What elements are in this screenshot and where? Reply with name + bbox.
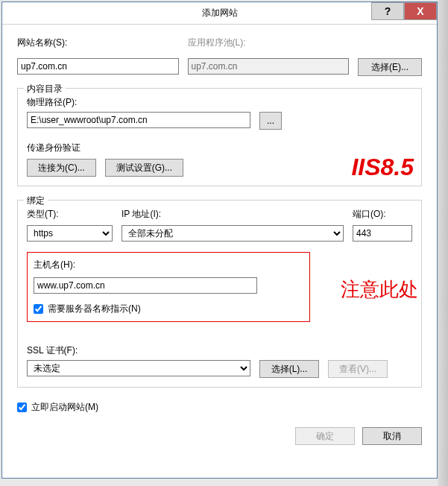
- start-immediately-row: 立即启动网站(M): [17, 401, 422, 414]
- window-title: 添加网站: [202, 7, 238, 19]
- test-settings-button[interactable]: 测试设置(G)...: [105, 159, 183, 177]
- binding-ip-label: IP 地址(I):: [122, 208, 344, 221]
- content-directory-title: 内容目录: [24, 83, 66, 95]
- binding-ip-select[interactable]: 全部未分配: [122, 225, 344, 242]
- site-name-input[interactable]: [17, 58, 179, 75]
- ssl-view-button[interactable]: 查看(V)...: [328, 360, 388, 378]
- physical-path-input[interactable]: [27, 112, 250, 128]
- binding-title: 绑定: [24, 195, 48, 207]
- window-shadow: [438, 0, 448, 486]
- binding-group: 绑定 类型(T): IP 地址(I): 端口(O): https 全部未分配: [17, 200, 422, 388]
- start-immediately-label: 立即启动网站(M): [31, 401, 98, 414]
- cancel-button[interactable]: 取消: [362, 427, 422, 445]
- binding-port-input[interactable]: [353, 225, 412, 242]
- site-name-label: 网站名称(S):: [17, 37, 179, 49]
- app-pool-input: [188, 58, 350, 75]
- connect-as-button[interactable]: 连接为(C)...: [27, 159, 96, 177]
- browse-path-button[interactable]: ...: [259, 112, 282, 130]
- footer-buttons: 确定 取消: [17, 427, 422, 445]
- host-name-input[interactable]: [34, 277, 257, 294]
- hostname-highlight-box: 主机名(H): 需要服务器名称指示(N): [27, 252, 310, 322]
- ssl-cert-label: SSL 证书(F):: [27, 344, 412, 357]
- pass-through-auth-label: 传递身份验证: [27, 142, 81, 153]
- ssl-select-button[interactable]: 选择(L)...: [259, 360, 319, 378]
- start-immediately-checkbox[interactable]: [17, 403, 27, 412]
- host-name-label: 主机名(H):: [34, 259, 303, 271]
- sni-checkbox-row: 需要服务器名称指示(N): [34, 303, 303, 315]
- site-and-pool-row: 网站名称(S): 应用程序池(L):: [17, 37, 422, 52]
- sni-checkbox[interactable]: [34, 304, 43, 314]
- dialog-window: 添加网站 ? X 网站名称(S): 应用程序池(L): 选择(E)... 内容目…: [1, 1, 438, 479]
- physical-path-label: 物理路径(P):: [27, 96, 412, 109]
- content-directory-group: 内容目录 物理路径(P): ... 传递身份验证 连接为(C)... 测试设置(…: [17, 88, 422, 186]
- app-pool-label: 应用程序池(L):: [188, 37, 350, 49]
- close-button[interactable]: X: [404, 2, 437, 20]
- binding-type-select[interactable]: https: [27, 225, 113, 242]
- select-app-pool-button[interactable]: 选择(E)...: [358, 58, 422, 76]
- ok-button[interactable]: 确定: [295, 427, 355, 445]
- site-and-pool-inputs: 选择(E)...: [17, 58, 422, 76]
- titlebar: 添加网站 ? X: [2, 2, 437, 25]
- titlebar-controls: ? X: [371, 2, 437, 24]
- ssl-cert-select[interactable]: 未选定: [27, 360, 250, 376]
- binding-port-label: 端口(O):: [353, 208, 412, 221]
- binding-type-label: 类型(T):: [27, 208, 113, 221]
- help-button[interactable]: ?: [371, 2, 404, 20]
- sni-label: 需要服务器名称指示(N): [48, 303, 141, 315]
- dialog-content: 网站名称(S): 应用程序池(L): 选择(E)... 内容目录 物理路径(P)…: [2, 25, 437, 478]
